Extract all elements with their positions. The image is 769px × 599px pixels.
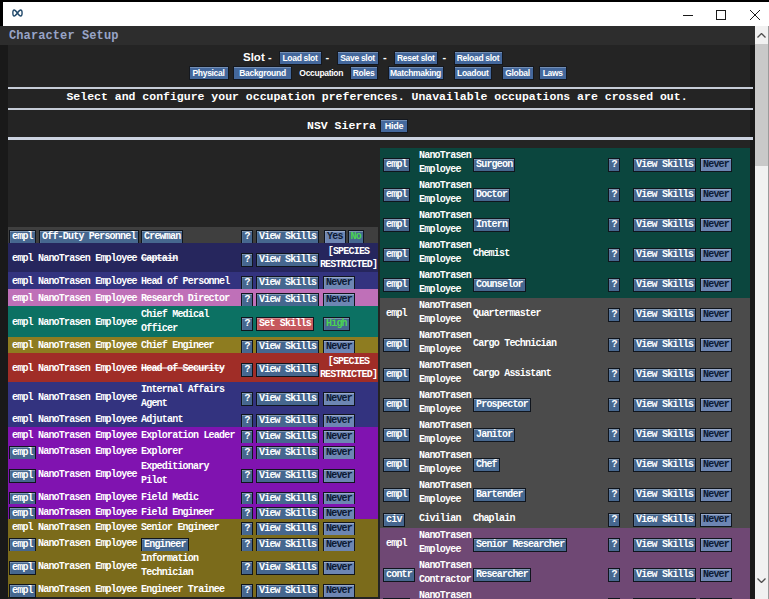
skills-cell[interactable]: View Skills — [256, 580, 319, 598]
tab-global[interactable]: Global — [502, 66, 534, 80]
job-name[interactable]: Doctor — [473, 184, 510, 202]
help-button[interactable]: ? — [608, 428, 620, 442]
help-cell[interactable]: ? — [608, 564, 620, 582]
help-button[interactable]: ? — [608, 278, 620, 292]
help-button[interactable]: ? — [241, 538, 253, 552]
priority-yes-button[interactable]: Yes — [324, 230, 346, 244]
view-skills-button[interactable]: View Skills — [256, 469, 319, 483]
priority-never-button[interactable]: Never — [323, 538, 355, 552]
tab-loadout[interactable]: Loadout — [454, 66, 492, 80]
priority-cell[interactable]: Never — [323, 442, 355, 460]
priority-cell[interactable]: Never — [700, 534, 732, 552]
skills-cell[interactable]: View Skills — [256, 557, 319, 575]
priority-never-button[interactable]: Never — [700, 538, 732, 552]
help-cell[interactable]: ? — [241, 580, 253, 598]
job-name[interactable]: Janitor — [473, 424, 515, 442]
help-cell[interactable]: ? — [241, 359, 253, 377]
minimize-button[interactable] — [673, 2, 703, 28]
job-name[interactable]: Senior Researcher — [473, 534, 567, 552]
help-cell[interactable]: ? — [241, 557, 253, 575]
help-cell[interactable]: ? — [608, 334, 620, 352]
help-button[interactable]: ? — [608, 538, 620, 552]
job-name-button[interactable]: Surgeon — [473, 158, 515, 172]
help-cell[interactable]: ? — [241, 534, 253, 552]
tab-roles[interactable]: Roles — [350, 66, 378, 80]
job-name-button[interactable]: Crewman — [141, 230, 183, 244]
skills-cell[interactable]: Set Skills — [256, 313, 314, 331]
employment-tag-button[interactable]: empl — [383, 488, 410, 502]
view-skills-button[interactable]: View Skills — [633, 308, 696, 322]
help-button[interactable]: ? — [608, 458, 620, 472]
help-cell[interactable]: ? — [608, 364, 620, 382]
employment-tag[interactable]: empl — [9, 503, 36, 521]
employment-tag[interactable]: empl — [9, 557, 36, 575]
view-skills-button[interactable]: View Skills — [633, 538, 696, 552]
priority-never-button[interactable]: Never — [323, 584, 355, 598]
skills-cell[interactable]: View Skills — [633, 394, 696, 412]
view-skills-button[interactable]: View Skills — [256, 230, 319, 244]
skills-cell[interactable]: View Skills — [633, 154, 696, 172]
priority-cell[interactable]: Never — [323, 272, 355, 290]
help-button[interactable]: ? — [608, 398, 620, 412]
help-button[interactable]: ? — [241, 293, 253, 307]
employment-tag[interactable]: civ — [383, 509, 405, 527]
priority-cell[interactable]: Never — [323, 557, 355, 575]
help-cell[interactable]: ? — [241, 313, 253, 331]
priority-never-button[interactable]: Never — [700, 188, 732, 202]
employment-tag-button[interactable]: empl — [383, 218, 410, 232]
view-skills-button[interactable]: View Skills — [633, 488, 696, 502]
help-cell[interactable]: ? — [241, 336, 253, 354]
job-name[interactable]: Counselor — [473, 274, 526, 292]
employment-tag[interactable]: empl — [383, 484, 410, 502]
priority-never-button[interactable]: Never — [323, 340, 355, 354]
help-button[interactable]: ? — [608, 188, 620, 202]
help-button[interactable]: ? — [241, 561, 253, 575]
skills-cell[interactable]: View Skills — [256, 336, 319, 354]
employment-tag-button[interactable]: empl — [383, 248, 410, 262]
help-button[interactable]: ? — [608, 158, 620, 172]
priority-cell[interactable]: YesNo — [324, 226, 364, 244]
priority-cell[interactable]: Never — [700, 304, 732, 322]
save-slot-button[interactable]: Save slot — [337, 51, 379, 65]
priority-cell[interactable]: Never — [700, 424, 732, 442]
priority-never-button[interactable]: Never — [323, 469, 355, 483]
skills-cell[interactable]: View Skills — [633, 424, 696, 442]
employment-tag-button[interactable]: empl — [383, 458, 410, 472]
priority-never-button[interactable]: Never — [700, 248, 732, 262]
skills-cell[interactable]: View Skills — [256, 388, 319, 406]
help-cell[interactable]: ? — [608, 154, 620, 172]
help-button[interactable]: ? — [241, 317, 253, 331]
view-skills-button[interactable]: View Skills — [633, 368, 696, 382]
view-skills-button[interactable]: View Skills — [256, 584, 319, 598]
priority-cell[interactable]: Never — [700, 244, 732, 262]
help-cell[interactable]: ? — [608, 184, 620, 202]
priority-cell[interactable]: Never — [323, 580, 355, 598]
skills-cell[interactable]: View Skills — [633, 334, 696, 352]
skills-cell[interactable]: View Skills — [633, 564, 696, 582]
priority-cell[interactable]: Never — [700, 594, 732, 599]
view-skills-button[interactable]: View Skills — [633, 278, 696, 292]
employment-tag[interactable]: empl — [383, 154, 410, 172]
job-name-button[interactable]: Researcher — [473, 568, 531, 582]
priority-cell[interactable]: Never — [700, 274, 732, 292]
employment-tag[interactable]: empl — [383, 364, 410, 382]
help-button[interactable]: ? — [241, 253, 253, 267]
skills-cell[interactable]: View Skills — [633, 214, 696, 232]
load-slot-button[interactable]: Load slot — [279, 51, 322, 65]
view-skills-button[interactable]: View Skills — [256, 561, 319, 575]
employer-button[interactable]: Off-Duty Personnel — [39, 230, 139, 244]
priority-never-button[interactable]: Never — [700, 368, 732, 382]
employment-tag[interactable]: empl — [9, 226, 36, 244]
skills-cell[interactable]: View Skills — [256, 359, 319, 377]
skills-cell[interactable]: View Skills — [633, 274, 696, 292]
job-name-button[interactable]: Engineer — [141, 538, 189, 552]
priority-never-button[interactable]: Never — [700, 158, 732, 172]
help-button[interactable]: ? — [608, 308, 620, 322]
help-cell[interactable]: ? — [608, 534, 620, 552]
help-button[interactable]: ? — [608, 368, 620, 382]
help-button[interactable]: ? — [241, 230, 253, 244]
help-cell[interactable]: ? — [608, 509, 620, 527]
set-skills-button[interactable]: Set Skills — [256, 317, 314, 331]
employment-tag-button[interactable]: empl — [383, 158, 410, 172]
employment-tag[interactable]: empl — [9, 580, 36, 598]
